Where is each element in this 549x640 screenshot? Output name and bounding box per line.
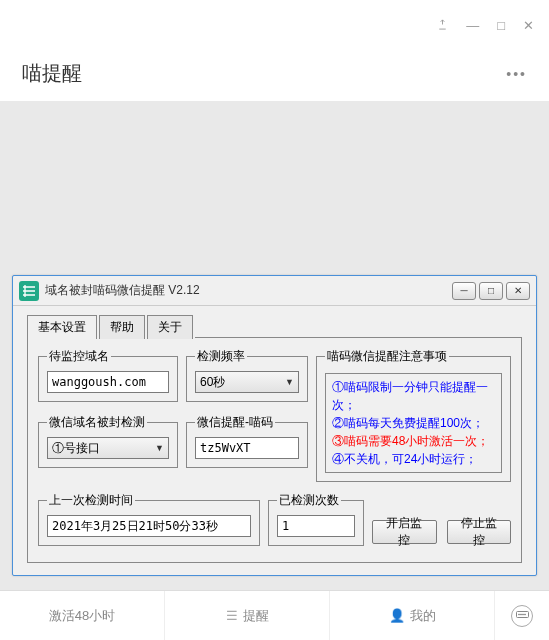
maximize-icon[interactable]: □ [497,18,505,33]
inner-window: 域名被封喵码微信提醒 V2.12 ─ □ ✕ 基本设置 帮助 关于 待监控域名 [12,275,537,576]
chevron-down-icon: ▼ [155,443,164,453]
footer-activate[interactable]: 激活48小时 [0,591,165,640]
lasttime-input[interactable] [47,515,251,537]
chevron-down-icon: ▼ [285,377,294,387]
inner-close-button[interactable]: ✕ [506,282,530,300]
lasttime-legend: 上一次检测时间 [47,492,135,509]
footer-remind-label: 提醒 [243,607,269,625]
keyboard-icon [511,605,533,627]
inner-maximize-button[interactable]: □ [479,282,503,300]
app-icon [19,281,39,301]
check-select-value: ①号接口 [52,440,100,457]
svg-point-4 [524,614,525,615]
count-input[interactable] [277,515,355,537]
user-icon: 👤 [389,608,405,623]
notice-box: ①喵码限制一分钟只能提醒一次； ②喵码每天免费提醒100次； ③喵码需要48小时… [325,373,502,473]
notice-line: ②喵码每天免费提醒100次； [332,414,495,432]
footer-keyboard[interactable] [495,591,549,640]
domain-input[interactable] [47,371,169,393]
wxremind-legend: 微信提醒-喵码 [195,414,275,431]
freq-select-value: 60秒 [200,374,225,391]
inner-window-title: 域名被封喵码微信提醒 V2.12 [45,282,452,299]
count-legend: 已检测次数 [277,492,341,509]
page-title: 喵提醒 [22,60,527,87]
pin-icon[interactable] [437,18,448,33]
tab-help[interactable]: 帮助 [99,315,145,339]
svg-point-3 [522,614,523,615]
notice-line: ④不关机，可24小时运行； [332,450,495,468]
tab-basic[interactable]: 基本设置 [27,315,97,339]
inner-minimize-button[interactable]: ─ [452,282,476,300]
list-icon: ☰ [226,608,238,623]
footer-mine-label: 我的 [410,607,436,625]
wxremind-input[interactable] [195,437,299,459]
freq-select[interactable]: 60秒 ▼ [195,371,299,393]
footer-activate-label: 激活48小时 [49,607,115,625]
more-icon[interactable]: ••• [506,60,527,82]
svg-point-2 [520,614,521,615]
freq-legend: 检测频率 [195,348,247,365]
check-legend: 微信域名被封检测 [47,414,147,431]
check-select[interactable]: ①号接口 ▼ [47,437,169,459]
svg-point-1 [518,614,519,615]
start-button[interactable]: 开启监控 [372,520,437,544]
notice-line: ①喵码限制一分钟只能提醒一次； [332,378,495,414]
minimize-icon[interactable]: — [466,18,479,33]
close-icon[interactable]: ✕ [523,18,534,33]
notice-legend: 喵码微信提醒注意事项 [325,348,449,365]
notice-line: ③喵码需要48小时激活一次； [332,432,495,450]
stop-button[interactable]: 停止监控 [447,520,512,544]
footer-remind[interactable]: ☰ 提醒 [165,591,330,640]
footer-mine[interactable]: 👤 我的 [330,591,495,640]
domain-legend: 待监控域名 [47,348,111,365]
tab-about[interactable]: 关于 [147,315,193,339]
